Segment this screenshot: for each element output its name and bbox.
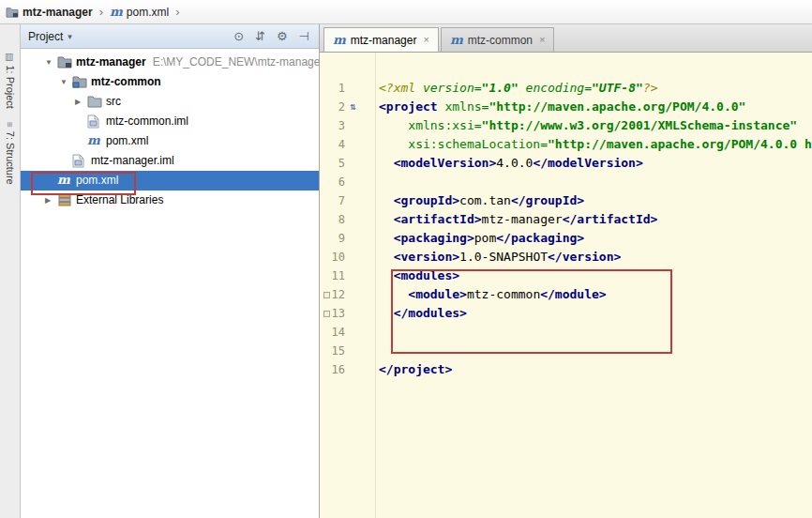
code-line: 6 (320, 173, 812, 191)
project-panel-header: Project ▾ ⊙⇵⚙⊣ (21, 24, 319, 49)
line-number: 16 (320, 360, 345, 379)
code-text: <modelVersion>4.0.0</modelVersion> (379, 154, 643, 173)
project-icon (6, 7, 19, 18)
line-number: 9 (320, 229, 345, 248)
editor[interactable]: 1<?xml version="1.0" encoding="UTF-8"?>2… (320, 53, 812, 518)
line-number: 15 (320, 342, 345, 360)
code-text: <artifactId>mtz-manager</artifactId> (379, 210, 657, 229)
line-number: 5 (320, 154, 345, 173)
code-text: xsi:schemaLocation="http://maven.apache.… (379, 135, 812, 154)
code-line: 3 xmlns:xsi="http://www.w3.org/2001/XMLS… (320, 116, 812, 135)
tree-expander-icon[interactable]: ▼ (60, 72, 68, 92)
chevron-right-icon: › (175, 5, 179, 19)
tree-expander-icon[interactable]: ▶ (45, 190, 51, 210)
chevron-down-icon[interactable]: ▾ (68, 32, 72, 41)
tool-button-structure[interactable]: ≡7: Structure (2, 122, 19, 185)
hide-icon[interactable]: ⊣ (299, 30, 309, 42)
maven-icon: m (57, 174, 70, 189)
code-text: <?xml version="1.0" encoding="UTF-8"?> (379, 79, 657, 98)
breadcrumb-project[interactable]: mtz-manager (23, 6, 93, 19)
collapse-all-icon[interactable]: ⇵ (255, 30, 265, 42)
code-line: 9 <packaging>pom</packaging> (320, 229, 812, 248)
breadcrumb-file[interactable]: pom.xml (127, 6, 169, 19)
code-text: <module>mtz-common</module> (379, 285, 607, 304)
maven-icon: m (87, 134, 103, 149)
panel-title: Project (28, 30, 63, 43)
editor-tab-mtz-manager[interactable]: mmtz-manager× (323, 27, 439, 52)
maven-icon: m (57, 174, 73, 189)
tree-item-label: mtz-common (91, 72, 161, 92)
code-line: 1<?xml version="1.0" encoding="UTF-8"?> (320, 79, 812, 98)
line-number: 8 (320, 210, 345, 229)
tree-expander-icon[interactable]: ▼ (45, 53, 53, 72)
tree-item-label: External Libraries (76, 190, 163, 210)
code-line: 4 xsi:schemaLocation="http://maven.apach… (320, 135, 812, 154)
editor-tab-mtz-common[interactable]: mmtz-common× (441, 27, 555, 52)
project-icon (57, 55, 73, 70)
close-icon[interactable]: × (539, 35, 545, 45)
code-line: 16</project> (320, 360, 812, 379)
maven-icon: m (110, 6, 123, 18)
panel-header-icons: ⊙⇵⚙⊣ (233, 30, 311, 42)
maven-icon: m (87, 134, 100, 149)
tree-row[interactable]: mpom.xml (21, 131, 319, 151)
tree-row[interactable]: ▶External Libraries (21, 190, 319, 210)
tree-item-label: mtz-manager.iml (91, 151, 174, 171)
tab-label: mtz-common (468, 34, 533, 47)
tree-row[interactable]: mtz-manager.iml (21, 151, 319, 171)
code-text: <version>1.0-SNAPSHOT</version> (379, 248, 621, 267)
line-number: 11 (320, 267, 345, 285)
line-number: 1 (320, 79, 345, 98)
fold-marker-icon[interactable] (323, 311, 330, 317)
tree-row[interactable]: ▼mtz-common (21, 72, 319, 92)
code-text: xmlns:xsi="http://www.w3.org/2001/XMLSch… (379, 116, 797, 135)
code-text: </modules> (379, 304, 467, 323)
line-number: 10 (320, 248, 345, 267)
line-number: 14 (320, 323, 345, 342)
line-number: 3 (320, 116, 345, 135)
iml-file-icon (87, 114, 103, 130)
code-text: <modules> (379, 267, 459, 285)
folder-icon (87, 95, 103, 110)
line-number: 7 (320, 191, 345, 210)
settings-icon[interactable]: ⚙ (277, 30, 288, 42)
chevron-right-icon: › (99, 5, 103, 19)
code-text: </project> (379, 360, 452, 379)
code-line: 12 <module>mtz-common</module> (320, 285, 812, 304)
tool-button-project[interactable]: ▤1: Project (2, 53, 19, 109)
tree-item-label: src (106, 92, 121, 112)
code-text: <project xmlns="http://maven.apache.org/… (379, 98, 745, 116)
line-number: 6 (320, 173, 345, 191)
tree-row[interactable]: mtz-common.iml (21, 112, 319, 131)
tool-button-label: 1: Project (5, 65, 16, 108)
structure-tool-icon: ≡ (6, 122, 16, 128)
code-line: 2⇅<project xmlns="http://maven.apache.or… (320, 98, 812, 116)
tree-row[interactable]: ▶src (21, 92, 319, 112)
fold-marker-icon[interactable] (323, 292, 330, 298)
code-text: <groupId>com.tan</groupId> (379, 191, 584, 210)
tree-expander-icon[interactable]: ▶ (75, 92, 81, 112)
tree-item-label: pom.xml (76, 171, 118, 190)
navigation-bar: mtz-manager › m pom.xml › (0, 0, 812, 24)
project-tool-window: Project ▾ ⊙⇵⚙⊣ ▼mtz-managerE:\MY_CODE_NE… (21, 24, 320, 518)
maven-gutter-icon[interactable]: ⇅ (350, 98, 356, 116)
project-path: E:\MY_CODE_NEW\mtz-manager (153, 55, 319, 69)
close-icon[interactable]: × (423, 35, 429, 45)
maven-icon: m (450, 34, 463, 46)
code-line: 13 </modules> (320, 304, 812, 323)
line-number: 4 (320, 135, 345, 154)
code-line: 14 (320, 323, 812, 342)
tool-window-stripe: ▤1: Project≡7: Structure (0, 24, 21, 518)
tab-label: mtz-manager (351, 34, 417, 47)
tree-item-label: pom.xml (106, 131, 148, 151)
ide-window: mtz-manager › m pom.xml › ▤1: Project≡7:… (0, 0, 812, 518)
project-tree: ▼mtz-managerE:\MY_CODE_NEW\mtz-manager▼m… (21, 49, 319, 518)
code-line: 10 <version>1.0-SNAPSHOT</version> (320, 248, 812, 267)
locate-icon[interactable]: ⊙ (233, 30, 244, 42)
code-text: <packaging>pom</packaging> (379, 229, 584, 248)
line-number: 2 (320, 98, 345, 116)
tree-row[interactable]: mpom.xml (21, 171, 319, 190)
tree-row[interactable]: ▼mtz-managerE:\MY_CODE_NEW\mtz-manager (21, 53, 319, 72)
tree-item-label: mtz-managerE:\MY_CODE_NEW\mtz-manager (76, 53, 319, 72)
code-line: 15 (320, 342, 812, 360)
